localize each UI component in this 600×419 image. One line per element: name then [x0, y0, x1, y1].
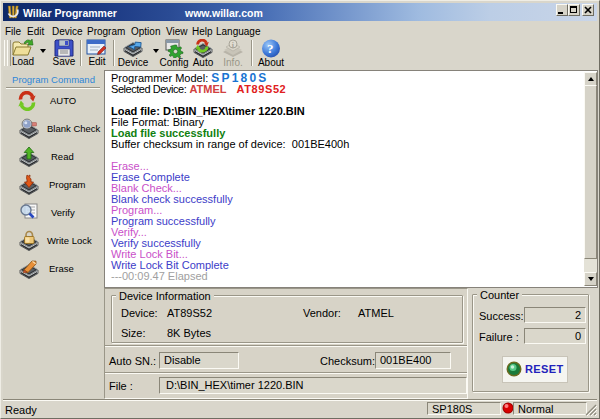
svg-text:?: ? — [267, 41, 274, 56]
